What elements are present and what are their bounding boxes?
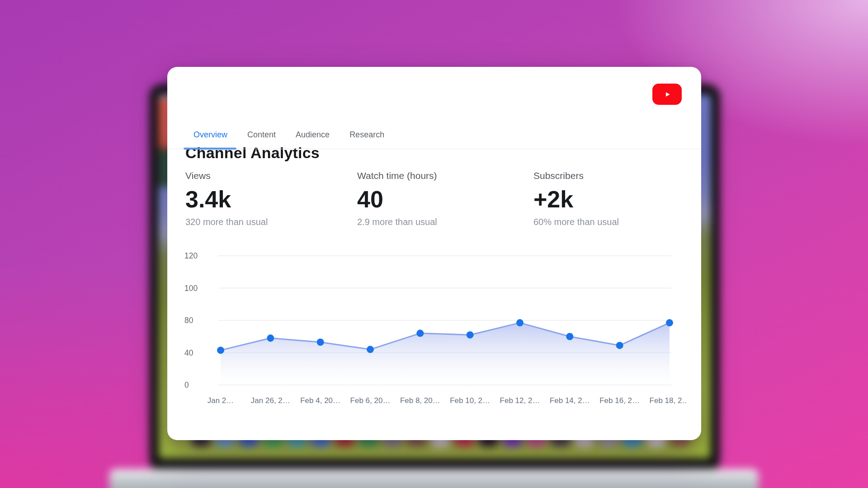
x-axis-tick-label: Jan 26, 2…: [251, 396, 290, 405]
data-point: [367, 346, 374, 353]
data-point: [666, 319, 673, 326]
metric-note: 60% more than usual: [533, 216, 696, 228]
x-axis-tick-label: Feb 4, 20…: [300, 396, 340, 405]
y-axis-tick-label: 40: [184, 348, 193, 357]
data-point: [267, 334, 274, 342]
metric-views: Views 3.4k 320 more than usual: [185, 170, 348, 228]
area-fill: [221, 323, 670, 385]
metric-label: Watch time (hours): [357, 170, 520, 182]
metric-label: Subscribers: [533, 170, 696, 182]
y-axis-tick-label: 120: [184, 251, 198, 260]
metric-watch-time: Watch time (hours) 40 2.9 more than usua…: [357, 170, 520, 228]
x-axis-tick-label: Feb 18, 2…: [650, 396, 687, 405]
channel-analytics-card: Channel Analytics Overview Content Audie…: [167, 67, 701, 440]
analytics-tabs: Overview Content Audience Research: [193, 127, 384, 150]
x-axis-tick-label: Feb 16, 2…: [599, 396, 640, 405]
data-point: [317, 338, 324, 346]
views-area-chart: 04080100120Jan 2…Jan 26, 2…Feb 4, 20…Feb…: [181, 244, 687, 416]
x-axis-tick-label: Jan 2…: [208, 396, 234, 405]
x-axis-tick-label: Feb 10, 2…: [450, 396, 490, 405]
metric-value: 40: [357, 185, 520, 213]
laptop-body: [109, 469, 759, 488]
chart-canvas: 04080100120Jan 2…Jan 26, 2…Feb 4, 20…Feb…: [181, 244, 687, 416]
metric-value: +2k: [533, 185, 696, 213]
data-point: [467, 331, 474, 338]
tabs-divider: [167, 149, 701, 149]
data-point: [416, 330, 424, 337]
metric-note: 2.9 more than usual: [357, 216, 520, 228]
data-point: [217, 347, 224, 354]
tab-overview[interactable]: Overview: [193, 127, 227, 150]
data-point: [616, 342, 623, 349]
metric-note: 320 more than usual: [185, 216, 348, 228]
y-axis-tick-label: 100: [184, 284, 198, 293]
tab-audience[interactable]: Audience: [296, 127, 330, 150]
data-point: [566, 333, 573, 340]
youtube-logo-icon: [652, 84, 682, 105]
metric-value: 3.4k: [185, 185, 348, 213]
tab-research[interactable]: Research: [349, 127, 384, 150]
x-axis-tick-label: Feb 6, 20…: [350, 396, 391, 405]
play-icon: [661, 89, 673, 100]
y-axis-tick-label: 0: [184, 380, 189, 389]
data-point: [516, 319, 524, 326]
y-axis-tick-label: 80: [184, 316, 193, 325]
metric-label: Views: [185, 170, 348, 182]
tab-content[interactable]: Content: [247, 127, 276, 150]
metric-subscribers: Subscribers +2k 60% more than usual: [533, 170, 696, 228]
x-axis-tick-label: Feb 12, 2…: [500, 396, 540, 405]
x-axis-tick-label: Feb 8, 20…: [400, 396, 440, 405]
x-axis-tick-label: Feb 14, 2…: [550, 396, 590, 405]
